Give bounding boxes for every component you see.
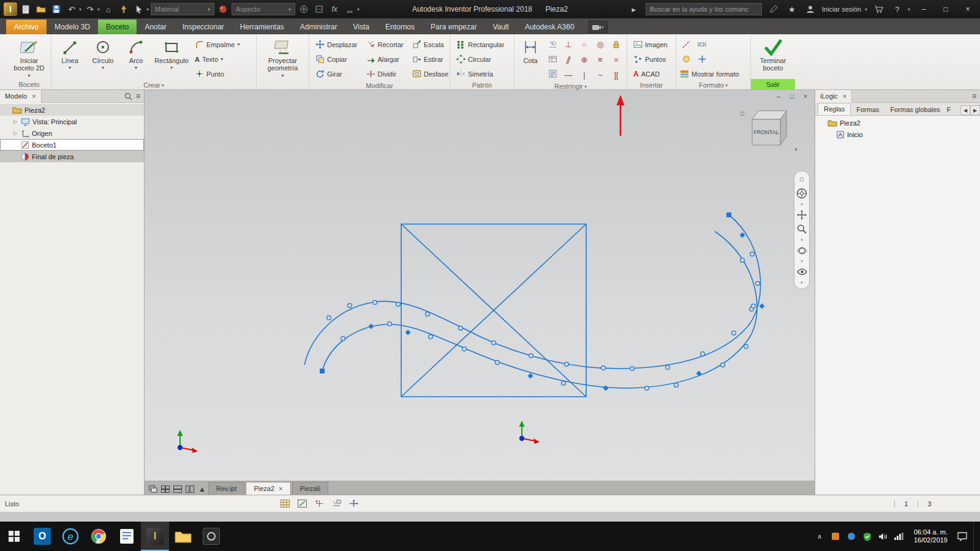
home-icon[interactable]: ⌂ xyxy=(740,108,745,118)
start-2d-sketch-button[interactable]: Iniciar boceto 2D ▾ xyxy=(10,36,48,79)
chevron-down-icon[interactable]: ▾ xyxy=(801,202,803,206)
ilogic-tab-reglas[interactable]: Reglas xyxy=(818,103,851,115)
favorites-star-icon[interactable]: ★ xyxy=(785,2,799,16)
constraint-equal-button[interactable]: = xyxy=(609,53,624,67)
constraint-concentric-button[interactable]: ◎ xyxy=(593,37,608,51)
rectangle-button[interactable]: Rectángulo ▾ xyxy=(153,36,190,81)
circular-pattern-button[interactable]: Circular xyxy=(453,52,508,66)
taskbar-icon-inventor[interactable]: I xyxy=(141,522,169,551)
help-chevron-icon[interactable]: ▾ xyxy=(908,7,910,12)
doc-tab-pieza2[interactable]: Pieza2× xyxy=(246,482,290,495)
window-close-button[interactable]: × xyxy=(959,2,976,16)
measure-icon[interactable] xyxy=(343,2,356,16)
ilogic-tab-formas-globales[interactable]: Formas globales xyxy=(885,104,946,115)
adjust-icon[interactable] xyxy=(297,2,311,16)
doc-restore-button[interactable]: □ xyxy=(786,92,797,100)
finish-sketch-button[interactable]: Terminar boceto xyxy=(753,36,793,79)
tab-scroll-left-button[interactable]: ◀ xyxy=(960,105,970,115)
ilogic-tab[interactable]: iLogic × xyxy=(815,90,852,103)
circle-button[interactable]: Círculo ▾ xyxy=(87,36,119,81)
window-minimize-button[interactable]: – xyxy=(915,2,932,16)
driven-dimension-button[interactable] xyxy=(695,37,709,51)
group-label-formato[interactable]: Formato▾ xyxy=(676,81,750,89)
security-shield-icon[interactable] xyxy=(862,531,872,541)
arc-button[interactable]: Arco ▾ xyxy=(120,36,152,81)
show-constraints-button[interactable] xyxy=(545,52,560,66)
center-point-button[interactable] xyxy=(695,52,709,66)
taskbar-icon-outlook[interactable]: O xyxy=(28,522,56,551)
tray-app-icon-1[interactable] xyxy=(831,531,840,541)
constraint-horizontal-button[interactable]: — xyxy=(561,68,576,82)
point-button[interactable]: Punto xyxy=(191,67,243,81)
undo-icon[interactable]: ↶ xyxy=(65,2,78,16)
degrees-of-freedom-icon[interactable] xyxy=(313,498,325,509)
close-icon[interactable]: × xyxy=(32,92,36,100)
scale-button[interactable]: Escala xyxy=(409,37,452,51)
taskbar-icon-document-app[interactable] xyxy=(113,522,141,551)
redo-icon[interactable]: ↷ xyxy=(83,2,97,16)
sketch-rectangle[interactable] xyxy=(401,224,586,397)
constraint-smooth-button[interactable]: ~ xyxy=(593,68,608,82)
hamburger-icon[interactable]: ≡ xyxy=(972,92,976,100)
constraint-coincident-button[interactable]: ⊕ xyxy=(577,53,592,67)
parameters-fx-icon[interactable]: fx xyxy=(328,2,341,16)
chevron-down-icon[interactable]: ▾ xyxy=(801,280,803,285)
rectangular-pattern-button[interactable]: Rectangular xyxy=(453,37,508,51)
copy-button[interactable]: Copiar xyxy=(312,52,361,66)
new-document-icon[interactable] xyxy=(19,2,32,16)
volume-icon[interactable] xyxy=(878,531,888,541)
ilogic-item-inicio[interactable]: Inicio xyxy=(815,129,980,140)
zoom-icon[interactable] xyxy=(796,223,807,234)
tree-item-final-de-pieza[interactable]: Final de pieza xyxy=(0,151,144,162)
viewcube-menu-chevron-icon[interactable]: ▾ xyxy=(794,146,797,152)
extend-button[interactable]: Alargar xyxy=(363,52,407,66)
ilogic-item-pieza2[interactable]: Pieza2 xyxy=(815,117,980,129)
show-desktop-button[interactable] xyxy=(973,522,976,551)
select-filter-icon[interactable] xyxy=(132,2,146,16)
constraint-parallel-button[interactable]: ∥ xyxy=(561,53,576,67)
trim-button[interactable]: Recortar xyxy=(363,37,407,51)
expand-icon[interactable]: ▷ xyxy=(12,119,18,124)
signin-chevron-icon[interactable]: ▾ xyxy=(865,7,867,12)
pan-icon[interactable] xyxy=(796,209,807,220)
tab-vault[interactable]: Vault xyxy=(484,20,516,34)
viewcube[interactable]: ⌂ FRONTAL ▾ xyxy=(742,105,791,156)
hamburger-icon[interactable]: ≡ xyxy=(136,92,140,100)
insert-image-button[interactable]: Imagen xyxy=(630,37,671,51)
action-center-icon[interactable] xyxy=(957,531,967,541)
import-acad-button[interactable]: AACAD xyxy=(630,67,671,81)
dimension-display-icon[interactable] xyxy=(330,498,342,509)
tab-modelo-3d[interactable]: Modelo 3D xyxy=(47,20,98,34)
start-button[interactable] xyxy=(0,522,28,551)
tab-autodesk-a360[interactable]: Autodesk A360 xyxy=(517,20,582,34)
update-icon[interactable] xyxy=(117,2,130,16)
chevron-down-icon[interactable]: ▾ xyxy=(801,238,803,242)
network-icon[interactable] xyxy=(894,531,904,541)
help-icon[interactable]: ? xyxy=(891,2,904,16)
doc-close-button[interactable]: × xyxy=(800,92,811,100)
sketch-spline-outer[interactable] xyxy=(304,215,761,369)
rotate-button[interactable]: Girar xyxy=(312,67,361,81)
auto-dimension-button[interactable] xyxy=(545,37,560,51)
offset-button[interactable]: Desfase xyxy=(409,67,452,81)
tile-windows-icon[interactable] xyxy=(159,483,172,495)
clip-icon[interactable] xyxy=(312,2,326,16)
tab-vista[interactable]: Vista xyxy=(345,20,377,34)
constraint-vertical-button[interactable]: | xyxy=(577,68,592,82)
ilogic-tab-formas[interactable]: Formas xyxy=(851,104,884,115)
window-restore-button[interactable]: □ xyxy=(937,2,954,16)
ilogic-tab-truncated[interactable]: F xyxy=(946,104,956,115)
undo-chevron-icon[interactable]: ▾ xyxy=(79,7,81,12)
doc-tab-rev[interactable]: Rev.ipt xyxy=(208,482,244,495)
insert-points-button[interactable]: Puntos xyxy=(630,52,671,66)
construction-line-button[interactable] xyxy=(679,37,693,51)
pen-icon[interactable] xyxy=(767,2,780,16)
tree-item-vista-principal[interactable]: ▷ Vista: Principal xyxy=(0,116,144,127)
open-folder-icon[interactable] xyxy=(34,2,48,16)
chevron-down-icon[interactable]: ▾ xyxy=(801,259,803,263)
qat-overflow-chevron-icon[interactable]: ▾ xyxy=(357,7,360,12)
navbar-grip-icon[interactable] xyxy=(796,174,807,185)
appearance-sphere-icon[interactable] xyxy=(216,2,230,16)
collapse-tabs-icon[interactable]: ▲ xyxy=(196,483,208,495)
redo-chevron-icon[interactable]: ▾ xyxy=(97,7,100,12)
